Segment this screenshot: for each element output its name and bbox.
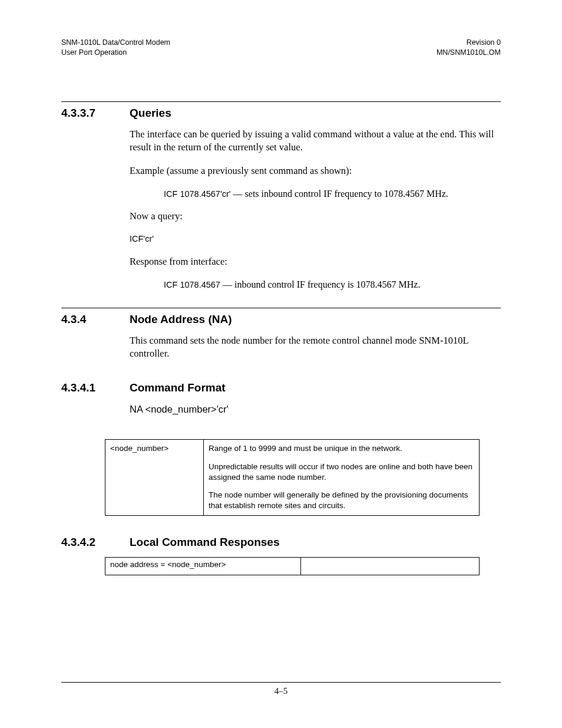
parameter-table: <node_number> Range of 1 to 9999 and mus…	[105, 439, 480, 515]
response-description: — inbound control IF frequency is 1078.4…	[220, 279, 421, 289]
header-right-line2: MN/SNM1010L.OM	[437, 48, 501, 58]
header-left-line1: SNM-1010L Data/Control Modem	[61, 38, 170, 48]
response-table: node address = <node_number>	[105, 557, 480, 575]
query-command: ICF'cr'	[130, 233, 501, 245]
section-body: The interface can be queried by issuing …	[130, 128, 501, 290]
header-left-line2: User Port Operation	[61, 48, 170, 58]
response-cell-empty	[301, 557, 480, 575]
header-right: Revision 0 MN/SNM1010L.OM	[437, 38, 501, 58]
paragraph: Example (assume a previously sent comman…	[130, 164, 501, 177]
content: 4.3.3.7 Queries The interface can be que…	[61, 101, 501, 575]
page-footer: 4–5	[61, 682, 501, 696]
parameter-description-cell: Range of 1 to 9999 and must be unique in…	[204, 440, 480, 515]
section-number: 4.3.4.2	[61, 536, 130, 549]
section-body: NA <node_number>'cr'	[130, 403, 501, 416]
parameter-paragraph: Range of 1 to 9999 and must be unique in…	[209, 443, 474, 454]
paragraph: Response from interface:	[130, 255, 501, 268]
section-title: Command Format	[130, 381, 226, 394]
section-heading-node-address: 4.3.4 Node Address (NA)	[61, 313, 501, 326]
section-rule	[61, 308, 501, 308]
section-title: Local Command Responses	[130, 536, 279, 549]
section-number: 4.3.4	[61, 313, 130, 326]
section-number: 4.3.3.7	[61, 107, 130, 120]
footer-rule	[61, 682, 501, 683]
page: SNM-1010L Data/Control Modem User Port O…	[0, 0, 562, 728]
example-line: ICF 1078.4567'cr' — sets inbound control…	[164, 189, 501, 199]
response-line: ICF 1078.4567 — inbound control IF frequ…	[164, 279, 501, 290]
table-row: node address = <node_number>	[105, 557, 480, 575]
section-heading-local-command-responses: 4.3.4.2 Local Command Responses	[61, 536, 501, 549]
section-rule	[61, 101, 501, 102]
section-title: Queries	[130, 107, 171, 120]
command-syntax: NA <node_number>'cr'	[130, 403, 501, 416]
paragraph: The interface can be queried by issuing …	[130, 128, 501, 154]
parameter-paragraph: Unpredictable results will occur if two …	[209, 462, 474, 483]
parameter-name-cell: <node_number>	[105, 440, 204, 515]
paragraph: This command sets the node number for th…	[130, 334, 501, 361]
page-number: 4–5	[61, 686, 501, 696]
response-cell: node address = <node_number>	[105, 557, 301, 575]
running-header: SNM-1010L Data/Control Modem User Port O…	[61, 38, 501, 58]
example-command: ICF 1078.4567'cr'	[164, 189, 231, 199]
section-number: 4.3.4.1	[61, 381, 130, 394]
response-command: ICF 1078.4567	[164, 280, 220, 289]
section-body: This command sets the node number for th…	[130, 334, 501, 361]
table-row: <node_number> Range of 1 to 9999 and mus…	[105, 440, 480, 515]
section-heading-command-format: 4.3.4.1 Command Format	[61, 381, 501, 394]
header-left: SNM-1010L Data/Control Modem User Port O…	[61, 38, 170, 58]
section-title: Node Address (NA)	[130, 313, 232, 326]
header-right-line1: Revision 0	[437, 38, 501, 48]
example-description: — sets inbound control IF frequency to 1…	[231, 189, 448, 199]
parameter-paragraph: The node number will generally be define…	[209, 490, 474, 511]
paragraph: Now a query:	[130, 210, 501, 223]
section-heading-queries: 4.3.3.7 Queries	[61, 107, 501, 120]
